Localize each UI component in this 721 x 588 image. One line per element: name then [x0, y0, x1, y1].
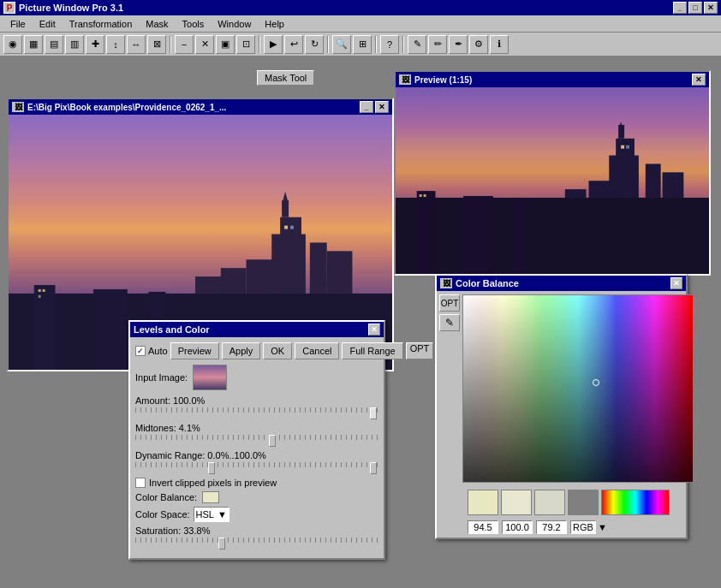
value-1[interactable]: 94.5 [468, 520, 498, 534]
midtones-thumb[interactable] [269, 435, 276, 447]
tool-btn-1[interactable]: ◉ [3, 35, 22, 54]
tool-btn-10[interactable]: ✕ [195, 35, 214, 54]
tool-btn-15[interactable]: ↻ [305, 35, 324, 54]
image-window-title: 🖼 E:\Big Pix\Book examples\Providence_02… [9, 99, 392, 115]
app-icon: P [3, 2, 15, 14]
auto-checkbox-label[interactable]: ✓ Auto [135, 346, 168, 356]
menu-edit[interactable]: Edit [33, 17, 63, 31]
ok-button[interactable]: OK [263, 342, 292, 359]
preview-button[interactable]: Preview [170, 342, 219, 359]
cb-eyedropper-button[interactable]: ✎ [439, 314, 460, 331]
preview-close-btn[interactable]: ✕ [692, 74, 706, 86]
svg-rect-35 [513, 198, 528, 274]
tool-btn-help[interactable]: ? [380, 35, 399, 54]
svg-rect-34 [494, 202, 513, 274]
menu-mask[interactable]: Mask [139, 17, 175, 31]
color-picker-area[interactable] [462, 294, 694, 483]
app-title-bar: P Picture Window Pro 3.1 _ □ ✕ [0, 0, 721, 15]
menu-transformation[interactable]: Transformation [63, 17, 140, 31]
color-balance-close-btn[interactable]: ✕ [670, 277, 682, 289]
saturation-slider-container [135, 538, 378, 549]
value-2[interactable]: 100.0 [502, 520, 533, 534]
tool-btn-12[interactable]: ⊡ [236, 35, 255, 54]
invert-label: Invert clipped pixels in preview [149, 478, 277, 488]
mode-dropdown-arrow[interactable]: ▼ [598, 522, 607, 532]
apply-button[interactable]: Apply [222, 342, 261, 359]
menu-file[interactable]: File [3, 17, 33, 31]
tool-btn-5[interactable]: ✚ [86, 35, 104, 54]
tool-btn-info[interactable]: ℹ [490, 35, 509, 54]
cb-opt-button[interactable]: OPT [439, 294, 460, 312]
tool-btn-grid[interactable]: ⊞ [353, 35, 372, 54]
menu-help[interactable]: Help [258, 17, 291, 31]
tool-btn-brush[interactable]: ✏ [428, 35, 447, 54]
amount-thumb[interactable] [370, 407, 377, 419]
toolbar: ◉ ▦ ▤ ▥ ✚ ↕ ↔ ⊠ − ✕ ▣ ⊡ ▶ ↩ ↻ 🔍 ⊞ ? ✎ ✏ … [0, 33, 721, 56]
dynamic-range-thumb-right[interactable] [370, 462, 377, 474]
midtones-section: Midtones: 4.1% [135, 423, 378, 447]
image-minimize-btn[interactable]: _ [360, 101, 373, 113]
tool-btn-zoom[interactable]: 🔍 [332, 35, 351, 54]
midtones-ticks [135, 435, 378, 440]
tool-btn-pen[interactable]: ✒ [449, 35, 468, 54]
levels-btn-row: ✓ Auto Preview Apply OK Cancel Full Rang… [135, 342, 378, 359]
close-button[interactable]: ✕ [704, 2, 718, 14]
swatch-row [462, 486, 697, 519]
full-range-button[interactable]: Full Range [342, 342, 402, 359]
swatch-2 [501, 490, 532, 515]
svg-rect-36 [420, 194, 422, 197]
image-close-btn[interactable]: ✕ [375, 101, 389, 113]
midtones-slider-container [135, 435, 378, 447]
cancel-button[interactable]: Cancel [295, 342, 339, 359]
svg-rect-5 [247, 259, 277, 294]
tool-btn-11[interactable]: ▣ [216, 35, 235, 54]
svg-rect-39 [626, 146, 629, 149]
svg-rect-20 [290, 226, 294, 229]
auto-checkbox[interactable]: ✓ [135, 346, 146, 356]
color-space-label: Color Space: [135, 509, 190, 520]
mode-value[interactable]: RGB [570, 520, 596, 534]
tool-btn-9[interactable]: − [175, 35, 194, 54]
color-balance-swatch[interactable] [202, 491, 219, 503]
dynamic-range-thumb-left[interactable] [208, 462, 215, 474]
svg-rect-3 [310, 242, 327, 293]
tool-btn-8[interactable]: ⊠ [147, 35, 166, 54]
auto-label: Auto [148, 346, 168, 356]
preview-silhouette [396, 122, 709, 274]
tool-btn-pencil[interactable]: ✎ [408, 35, 426, 54]
svg-rect-37 [424, 194, 426, 197]
tool-btn-2[interactable]: ▦ [24, 35, 43, 54]
saturation-thumb[interactable] [218, 538, 225, 549]
cb-side-buttons: OPT ✎ [437, 291, 462, 538]
tool-btn-14[interactable]: ↩ [284, 35, 303, 54]
dropdown-arrow: ▼ [217, 509, 227, 520]
saturation-label: Saturation: 33.8% [135, 526, 378, 536]
color-space-select[interactable]: HSL ▼ [194, 507, 229, 522]
svg-rect-27 [565, 189, 587, 198]
tool-btn-4[interactable]: ▥ [65, 35, 84, 54]
image-window-icon: 🖼 [12, 102, 24, 112]
saturation-section: Saturation: 33.8% [135, 526, 378, 549]
tool-btn-settings[interactable]: ⚙ [469, 35, 488, 54]
levels-close-btn[interactable]: ✕ [368, 324, 380, 336]
minimize-button[interactable]: _ [673, 2, 687, 14]
svg-rect-25 [663, 172, 684, 198]
menu-window[interactable]: Window [211, 17, 258, 31]
value-3[interactable]: 79.2 [536, 520, 567, 534]
app-window: P Picture Window Pro 3.1 _ □ ✕ File Edit… [0, 0, 721, 588]
amount-ticks [135, 407, 378, 413]
toolbar-sep-4 [375, 36, 377, 53]
tool-btn-13[interactable]: ▶ [264, 35, 283, 54]
menu-tools[interactable]: Tools [176, 17, 212, 31]
invert-checkbox[interactable] [135, 478, 146, 488]
tool-btn-6[interactable]: ↕ [106, 35, 125, 54]
tool-btn-3[interactable]: ▤ [45, 35, 63, 54]
tool-btn-7[interactable]: ↔ [127, 35, 146, 54]
amount-label: Amount: 100.0% [135, 395, 378, 406]
preview-title-text: Preview (1:15) [414, 75, 472, 85]
maximize-button[interactable]: □ [688, 2, 702, 14]
preview-icon: 🖼 [399, 74, 411, 85]
color-balance-title-text: Color Balance [456, 278, 519, 288]
image-window-controls: _ ✕ [360, 101, 389, 113]
opt-button[interactable]: OPT [406, 342, 434, 359]
